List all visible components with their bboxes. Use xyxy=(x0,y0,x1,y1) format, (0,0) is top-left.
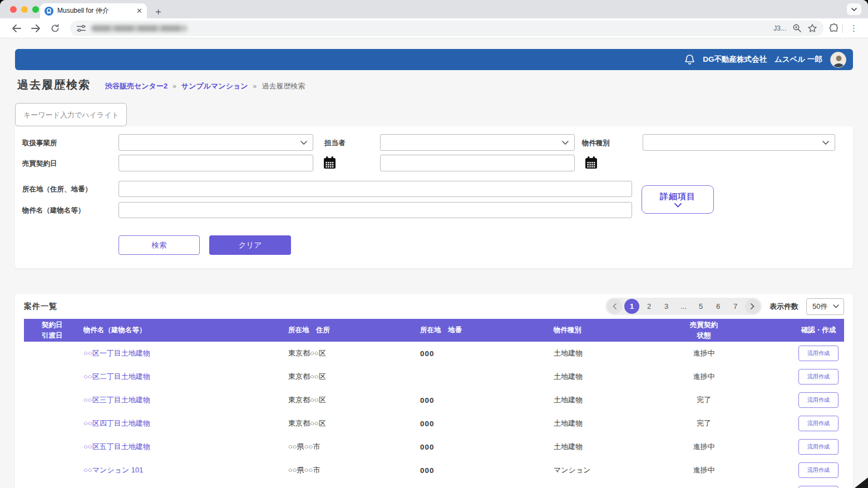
property-name-link[interactable]: ○○区一丁目土地建物 xyxy=(83,348,288,358)
status-cell: 進捗中 xyxy=(615,465,793,476)
property-type-select[interactable] xyxy=(643,134,835,151)
prev-page-chevron-icon[interactable] xyxy=(607,299,622,314)
window-controls xyxy=(10,6,39,13)
reuse-create-button[interactable]: 流用作成 xyxy=(798,392,839,408)
chevron-down-icon xyxy=(822,141,829,145)
browser-tab[interactable]: Musubell for 仲介 ✕ xyxy=(40,3,147,18)
detail-items-label: 詳細項目 xyxy=(660,191,696,202)
address-cell: ○○県○○市 xyxy=(288,442,420,452)
calendar-icon[interactable] xyxy=(322,155,337,170)
zoom-page-icon[interactable] xyxy=(793,24,801,32)
property-name-link[interactable]: ○○区五丁目土地建物 xyxy=(83,442,288,452)
status-cell: 進捗中 xyxy=(615,442,793,452)
lot-cell: 000 xyxy=(420,420,554,428)
browser-menu-icon[interactable]: ⋮ xyxy=(850,23,858,33)
breadcrumb-item[interactable]: 渋谷販売センター2 xyxy=(105,81,167,91)
col-name: 物件名（建物名等） xyxy=(83,326,288,335)
bookmark-star-icon[interactable] xyxy=(808,24,817,32)
type-cell: 土地建物 xyxy=(554,442,615,452)
action-cell: 流用作成 xyxy=(793,486,844,488)
col-address: 所在地 住所 xyxy=(288,326,420,335)
type-cell: 土地建物 xyxy=(554,418,615,428)
table-row: ○○区二丁目土地建物東京都○○区土地建物進捗中流用作成 xyxy=(24,365,844,388)
col-date: 契約日 引渡日 xyxy=(24,320,83,340)
zoom-window-button[interactable] xyxy=(32,6,39,13)
page-button[interactable]: 3 xyxy=(659,299,674,314)
reuse-create-button[interactable]: 流用作成 xyxy=(798,462,839,478)
address-bar[interactable]: J3... xyxy=(70,21,823,36)
table-row: ○○区四丁目土地建物東京都○○区000土地建物完了流用作成 xyxy=(24,412,844,435)
page-button[interactable]: 7 xyxy=(728,299,743,314)
app-page: DG不動産株式会社 ムスベル 一郎 過去履歴検索 渋谷販売センター2»サンプルマ… xyxy=(0,38,868,488)
office-select[interactable] xyxy=(119,134,313,151)
detail-items-button[interactable]: 詳細項目 xyxy=(642,185,714,214)
extensions-puzzle-icon[interactable] xyxy=(829,23,839,33)
per-page-label: 表示件数 xyxy=(770,302,798,312)
property-name-link[interactable]: ○○区二丁目土地建物 xyxy=(83,372,288,382)
results-card: 案件一覧 123...567 表示件数 50件 xyxy=(15,294,853,488)
status-cell: 完了 xyxy=(615,395,793,406)
calendar-icon[interactable] xyxy=(584,155,599,170)
pagination: 123...567 xyxy=(605,298,762,315)
next-page-chevron-icon[interactable] xyxy=(745,299,760,314)
page-button[interactable]: 5 xyxy=(693,299,708,314)
reuse-create-button[interactable]: 流用作成 xyxy=(798,416,839,431)
reuse-create-button[interactable]: 流用作成 xyxy=(798,369,839,385)
contract-date-to-input[interactable] xyxy=(380,155,575,171)
results-title: 案件一覧 xyxy=(24,302,57,312)
reuse-create-button[interactable]: 流用作成 xyxy=(798,486,839,488)
back-icon[interactable] xyxy=(12,24,21,32)
page-button[interactable]: 2 xyxy=(642,299,657,314)
reload-icon[interactable] xyxy=(51,24,60,33)
table-row: ○○区五丁目土地建物○○県○○市000土地建物進捗中流用作成 xyxy=(24,435,844,459)
col-lot: 所在地 地番 xyxy=(420,326,554,335)
property-name-link[interactable]: ○○マンション 101 xyxy=(83,465,288,475)
chevron-down-icon xyxy=(562,141,569,145)
location-label: 所在地（住所、地番） xyxy=(22,185,92,194)
chevron-down-icon xyxy=(300,141,307,145)
search-button[interactable]: 検索 xyxy=(119,235,200,255)
user-name: ムスベル 一郎 xyxy=(775,55,822,65)
company-name: DG不動産株式会社 xyxy=(703,55,767,65)
breadcrumb-separator: » xyxy=(253,82,257,90)
agent-label: 担当者 xyxy=(324,139,346,148)
breadcrumb-item[interactable]: サンプルマンション xyxy=(181,81,248,91)
page-title: 過去履歴検索 xyxy=(17,77,91,92)
lot-cell: 000 xyxy=(420,349,554,358)
property-name-input[interactable] xyxy=(119,202,632,218)
reuse-create-button[interactable]: 流用作成 xyxy=(798,346,839,361)
property-name-link[interactable]: ○○区四丁目土地建物 xyxy=(83,418,288,428)
chevron-down-icon xyxy=(674,203,682,208)
new-tab-button[interactable]: ＋ xyxy=(154,7,163,16)
location-input[interactable] xyxy=(119,181,632,197)
page-button[interactable]: 1 xyxy=(624,299,639,314)
col-status: 売買契約 状態 xyxy=(615,320,793,340)
minimize-window-button[interactable] xyxy=(21,6,28,13)
forward-icon[interactable] xyxy=(31,24,41,32)
tab-close-icon[interactable]: ✕ xyxy=(136,7,142,15)
per-page-select[interactable]: 50件 xyxy=(806,298,844,315)
clear-button[interactable]: クリア xyxy=(209,235,291,255)
property-name-label: 物件名（建物名等） xyxy=(22,206,85,215)
office-label: 取扱事業所 xyxy=(22,139,57,148)
table-row: ○○区一丁目土地建物東京都○○区000土地建物進捗中流用作成 xyxy=(24,342,844,365)
page-button[interactable]: 6 xyxy=(711,299,726,314)
reuse-create-button[interactable]: 流用作成 xyxy=(798,439,839,455)
close-window-button[interactable] xyxy=(10,6,17,13)
contract-date-from-input[interactable] xyxy=(119,155,313,171)
keyword-highlight-input[interactable] xyxy=(15,103,127,126)
site-settings-icon[interactable] xyxy=(77,24,86,32)
blurred-url-text xyxy=(91,25,187,32)
table-body: ○○区一丁目土地建物東京都○○区000土地建物進捗中流用作成○○区二丁目土地建物… xyxy=(24,342,844,488)
user-avatar[interactable] xyxy=(830,52,846,68)
table-row: ○○区三丁目土地建物東京都○○区000土地建物完了流用作成 xyxy=(24,388,844,412)
property-name-link[interactable]: ○○区三丁目土地建物 xyxy=(83,395,288,405)
tab-overflow-chevron-icon[interactable] xyxy=(847,3,861,15)
tab-title: Musubell for 仲介 xyxy=(57,6,132,16)
agent-select[interactable] xyxy=(380,134,575,151)
status-cell: 完了 xyxy=(615,418,793,429)
status-cell: 進捗中 xyxy=(615,348,793,359)
notifications-bell-icon[interactable] xyxy=(684,54,695,66)
action-cell: 流用作成 xyxy=(793,439,844,455)
lot-cell: 000 xyxy=(420,466,554,475)
